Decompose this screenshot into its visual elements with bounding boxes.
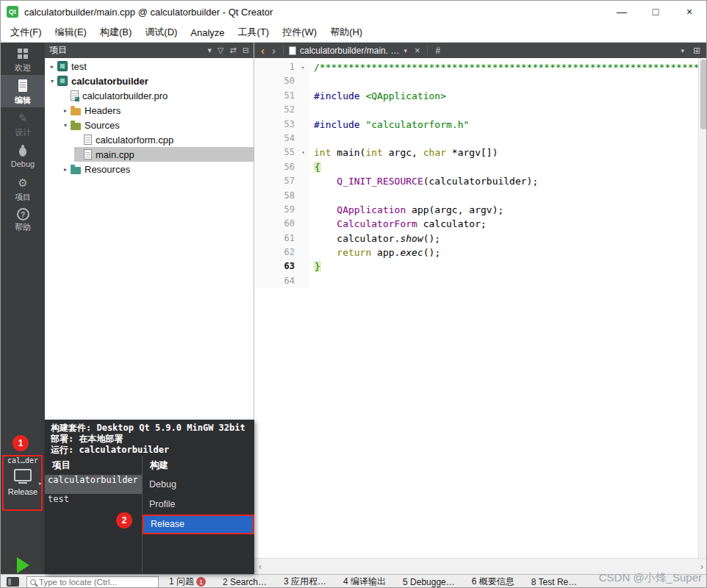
fold-spacer	[297, 232, 309, 245]
output-pane-4[interactable]: 4 编译输出	[343, 576, 386, 588]
annotation-kit-box	[2, 455, 43, 511]
fold-marker-icon[interactable]: ▾	[297, 146, 309, 159]
popup-project-test[interactable]: test	[45, 494, 142, 513]
output-pane-3[interactable]: 3 应用程…	[284, 576, 326, 588]
tree-item-test[interactable]: ▸test	[48, 59, 254, 74]
project-icon	[57, 61, 68, 71]
mode-sidebar-items: 欢迎编辑✎设计Debug⚙项目?帮助	[1, 43, 45, 237]
output-pane-8[interactable]: 8 Test Re…	[531, 577, 577, 587]
open-file-tab[interactable]: calculatorbuilder/main. …	[300, 46, 399, 56]
line-number: 56	[254, 160, 297, 174]
line-number: 51	[254, 89, 297, 103]
annotation-step-1: 1	[12, 435, 29, 451]
tree-item-calculatorbuilder[interactable]: ▾calculatorbuilder	[48, 74, 254, 88]
code-text: calculator.show();	[309, 232, 440, 245]
minimize-button[interactable]: —	[605, 1, 639, 23]
mode-item-welcome[interactable]: 欢迎	[1, 43, 45, 75]
code-line: 1▸/*************************************…	[254, 60, 707, 74]
back-icon[interactable]: ‹	[257, 44, 268, 57]
code-text: CalculatorForm calculator;	[309, 217, 487, 231]
output-pane-1[interactable]: 1 问题1	[169, 576, 206, 588]
code-line: 59 QApplication app(argc, argv);	[254, 203, 707, 217]
code-editor[interactable]: 1▸/*************************************…	[254, 58, 707, 558]
collapse-all-icon[interactable]: ⊟	[243, 46, 249, 55]
scroll-left-icon[interactable]: ‹	[259, 562, 262, 572]
menu-item-b[interactable]: 构建(B)	[93, 23, 138, 42]
menu-item-w[interactable]: 控件(W)	[276, 23, 323, 42]
line-number: 58	[254, 189, 297, 203]
tree-item-headers[interactable]: ▸Headers	[61, 103, 254, 118]
menu-item-h[interactable]: 帮助(H)	[323, 23, 369, 42]
expander-icon[interactable]: ▾	[48, 78, 57, 85]
close-button[interactable]: ×	[672, 1, 706, 23]
maximize-button[interactable]: □	[639, 1, 672, 23]
mode-item-projects[interactable]: ⚙项目	[1, 172, 45, 204]
code-line: 62 return app.exec();	[254, 245, 707, 259]
fold-marker-icon[interactable]: ▸	[297, 60, 309, 74]
mode-item-help[interactable]: ?帮助	[1, 204, 45, 237]
kit-popup-table: 项目 calculatorbuildertest 构建 DebugProfile…	[45, 456, 254, 574]
kit-info-run: 运行: calculatorbuilder	[51, 445, 248, 456]
code-line: 56{	[254, 160, 707, 174]
output-pane-2[interactable]: 2 Search…	[223, 577, 267, 587]
tree-item-label: calculatorbuilder.pro	[82, 90, 168, 101]
sync-with-editor-icon[interactable]: ⇄	[230, 46, 237, 55]
popup-config-release[interactable]: Release	[143, 514, 254, 534]
line-number: 61	[254, 232, 297, 245]
scroll-right-icon[interactable]: ›	[700, 562, 703, 572]
mode-item-debug[interactable]: Debug	[1, 140, 45, 172]
editor: ‹ › calculatorbuilder/main. … ▾ × # ▾ ⊞ …	[254, 43, 707, 574]
editor-menu-icon[interactable]: ▾	[676, 47, 689, 54]
code-text: }	[309, 259, 321, 273]
run-button[interactable]	[1, 557, 45, 573]
code-text: int main(int argc, char *argv[])	[309, 146, 498, 159]
kit-info: 构建套件: Desktop Qt 5.9.0 MinGW 32bit 部署: 在…	[45, 420, 254, 458]
close-file-icon[interactable]: ×	[412, 45, 423, 56]
menu-item-f[interactable]: 文件(F)	[4, 23, 49, 42]
expander-icon[interactable]: ▾	[61, 122, 70, 129]
panel-dropdown-icon[interactable]: ▾	[208, 46, 212, 55]
tree-item-label: calculatorform.cpp	[96, 135, 173, 146]
fold-spacer	[297, 259, 309, 273]
projects-icon: ⚙	[15, 176, 30, 190]
line-number: 63	[254, 259, 297, 273]
output-pane-6[interactable]: 6 概要信息	[472, 576, 514, 588]
menu-item-d[interactable]: 调试(D)	[138, 23, 184, 42]
window-controls: — □ ×	[605, 1, 706, 23]
symbol-selector-button[interactable]: #	[431, 46, 445, 56]
watermark: CSDN @小烽_Super	[599, 571, 702, 585]
mode-item-label: 欢迎	[1, 62, 45, 74]
tree-item-calculatorform-cpp[interactable]: calculatorform.cpp	[74, 132, 254, 147]
popup-config-profile[interactable]: Profile	[143, 495, 254, 514]
expander-icon[interactable]: ▸	[61, 166, 70, 173]
scrollbar-thumb[interactable]	[700, 60, 707, 129]
tree-item-sources[interactable]: ▾Sources	[61, 118, 254, 132]
output-pane-label: 5 Debugge…	[403, 577, 455, 587]
popup-config-debug[interactable]: Debug	[143, 475, 254, 495]
sidebar-toggle-icon[interactable]	[7, 577, 19, 587]
split-editor-icon[interactable]: ⊞	[689, 46, 705, 56]
titlebar: calculatorbuilder/main.cpp @ calculatorb…	[1, 1, 706, 23]
vertical-scrollbar[interactable]	[698, 58, 707, 558]
expander-icon[interactable]: ▸	[61, 107, 70, 114]
tree-item-calculatorbuilder-pro[interactable]: calculatorbuilder.pro	[61, 88, 254, 103]
popup-project-calculatorbuilder[interactable]: calculatorbuilder	[45, 475, 142, 494]
menu-item-e[interactable]: 编辑(E)	[49, 23, 93, 42]
mode-item-design: ✎设计	[1, 107, 45, 140]
menu-item-t[interactable]: 工具(T)	[232, 23, 276, 42]
menu-item-analyze[interactable]: Analyze	[184, 24, 231, 41]
tree-item-main-cpp[interactable]: main.cpp	[74, 147, 254, 162]
filter-icon[interactable]: ▽	[218, 46, 223, 55]
locator-input[interactable]	[39, 578, 149, 587]
mode-item-edit[interactable]: 编辑	[1, 75, 45, 107]
mode-item-label: Debug	[1, 159, 45, 168]
forward-icon[interactable]: ›	[268, 44, 279, 57]
expander-icon[interactable]: ▸	[48, 63, 57, 70]
open-files-dropdown-icon[interactable]: ▾	[399, 47, 412, 54]
menubar: 文件(F)编辑(E)构建(B)调试(D)Analyze工具(T)控件(W)帮助(…	[1, 23, 706, 43]
output-pane-5[interactable]: 5 Debugge…	[403, 577, 455, 587]
statusbar-panes: 1 问题12 Search…3 应用程…4 编译输出5 Debugge…6 概要…	[169, 576, 594, 588]
code-text: #include <QApplication>	[309, 89, 446, 103]
locator[interactable]	[26, 576, 159, 588]
tree-item-resources[interactable]: ▸Resources	[61, 162, 254, 176]
